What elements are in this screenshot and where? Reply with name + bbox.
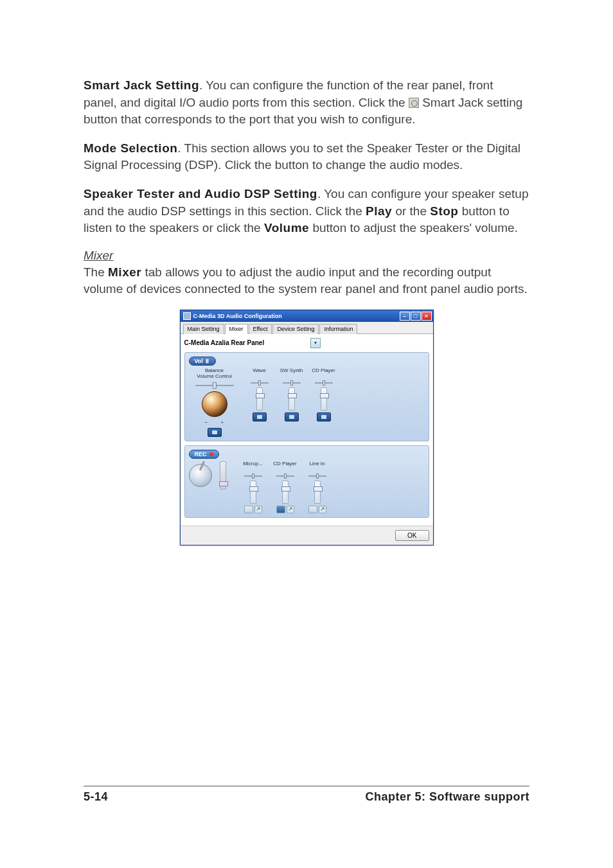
tab-mixer[interactable]: Mixer [225,324,248,334]
channel-label: SW Synth [280,368,303,378]
channel-wave: Wave [247,368,272,421]
window-title: C-Media 3D Audio Configuration [193,313,282,319]
channel-sw-synth: SW Synth [279,368,305,421]
rec-cd-balance-slider[interactable] [276,474,294,479]
maximize-button[interactable]: □ [411,312,421,321]
record-master-slider[interactable] [220,461,226,490]
volume-control-label: Volume Control [197,374,232,380]
wave-volume-slider[interactable] [256,387,263,411]
mixer-section-title: Mixer [84,249,529,263]
master-volume-knob[interactable] [202,391,227,417]
speaker-tester-paragraph: Speaker Tester and Audio DSP Setting. Yo… [84,186,529,237]
cd-volume-slider[interactable] [321,387,327,411]
master-mute-button[interactable] [208,428,222,437]
channel-line-in: Line In [305,461,330,513]
mode-selection-paragraph: Mode Selection. This section allows you … [84,140,529,174]
channel-label: CD Player [273,461,296,472]
smart-jack-heading: Smart Jack Setting [84,78,199,92]
mic-balance-slider[interactable] [244,474,262,479]
smart-jack-paragraph: Smart Jack Setting. You can configure th… [84,77,529,128]
tab-device-setting[interactable]: Device Setting [272,324,319,334]
tab-content: C-Media Azalia Rear Panel ▾ Vol ⏸ Balanc… [181,334,433,526]
linein-select-button[interactable] [308,506,317,513]
channel-cd-player: CD Player [311,368,337,421]
mic-advanced-button[interactable] [254,506,262,513]
swsynth-balance-slider[interactable] [283,380,301,385]
master-balance-slider[interactable] [195,382,234,389]
tab-main-setting[interactable]: Main Setting [183,324,224,334]
stop-label: Stop [430,204,458,218]
close-button[interactable]: × [422,312,432,321]
text: tab allows you to adjust the audio input… [84,265,528,296]
channel-rec-cd: CD Player [272,461,298,513]
device-dropdown[interactable]: ▾ [310,338,321,348]
channel-label: Wave [253,368,265,378]
linein-volume-slider[interactable] [314,481,321,504]
wave-balance-slider[interactable] [251,380,269,385]
mic-volume-slider[interactable] [250,481,256,504]
speaker-tester-heading: Speaker Tester and Audio DSP Setting [84,187,317,200]
audio-config-window: C-Media 3D Audio Configuration – □ × Mai… [180,310,434,545]
vol-pill: Vol ⏸ [189,357,217,366]
device-label: C-Media Azalia Rear Panel [184,339,265,346]
volume-panel: Vol ⏸ Balance Volume Control − + [184,352,429,441]
rec-cd-select-button[interactable] [276,506,285,513]
text: or the [392,204,430,218]
record-dot-icon [209,452,213,456]
rec-pill: REC [189,450,219,459]
mode-selection-heading: Mode Selection [84,141,177,155]
swsynth-mute-button[interactable] [285,412,299,421]
text: button to adjust the speakers' volume. [309,221,518,235]
record-panel: REC Microp... [184,445,429,518]
play-label: Play [366,204,392,218]
channel-label: CD Player [312,368,335,378]
channel-microphone: Microp... [240,461,266,513]
channel-label: Microp... [243,461,263,472]
swsynth-volume-slider[interactable] [289,387,295,411]
cd-mute-button[interactable] [317,412,331,421]
window-titlebar: C-Media 3D Audio Configuration – □ × [181,310,433,322]
rec-cd-advanced-button[interactable] [287,506,294,513]
wave-mute-button[interactable] [253,412,267,421]
chapter-label: Chapter 5: Software support [365,790,529,804]
dialog-button-bar: OK [181,526,433,545]
mixer-bold: Mixer [108,265,141,279]
volume-label: Volume [264,221,309,235]
tab-effect[interactable]: Effect [249,324,272,334]
microphone-icon [189,464,212,487]
linein-advanced-button[interactable] [319,506,326,513]
rec-cd-volume-slider[interactable] [282,481,289,504]
cd-balance-slider[interactable] [315,380,333,385]
smart-jack-icon [409,98,419,108]
tab-strip: Main Setting Mixer Effect Device Setting… [181,322,433,334]
linein-balance-slider[interactable] [308,474,326,479]
tab-information[interactable]: Information [319,324,357,334]
ok-button[interactable]: OK [395,530,429,541]
app-icon [183,312,191,320]
channel-label: Line In [309,461,324,472]
minimize-button[interactable]: – [400,312,410,321]
mic-select-button[interactable] [244,506,253,513]
page-footer: 5-14 Chapter 5: Software support [84,786,529,804]
mixer-paragraph: The Mixer tab allows you to adjust the a… [84,264,529,298]
page-number: 5-14 [84,790,108,804]
text: The [84,265,108,279]
